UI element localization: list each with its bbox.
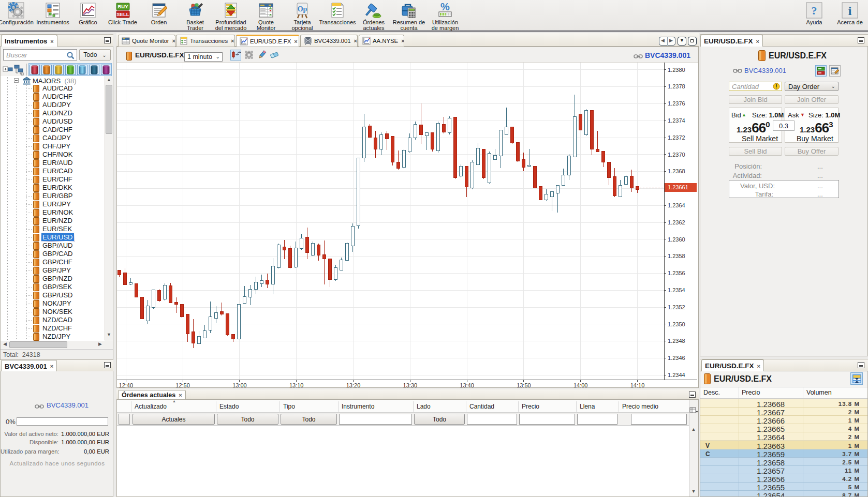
svg-text:i: i xyxy=(848,4,852,18)
svg-text:%: % xyxy=(440,2,450,12)
svg-text:BUY: BUY xyxy=(117,4,128,9)
svg-text:!: ! xyxy=(775,84,777,89)
svg-text:SELL: SELL xyxy=(116,11,129,17)
svg-text:Op: Op xyxy=(298,5,307,13)
svg-text:?: ? xyxy=(812,4,817,17)
